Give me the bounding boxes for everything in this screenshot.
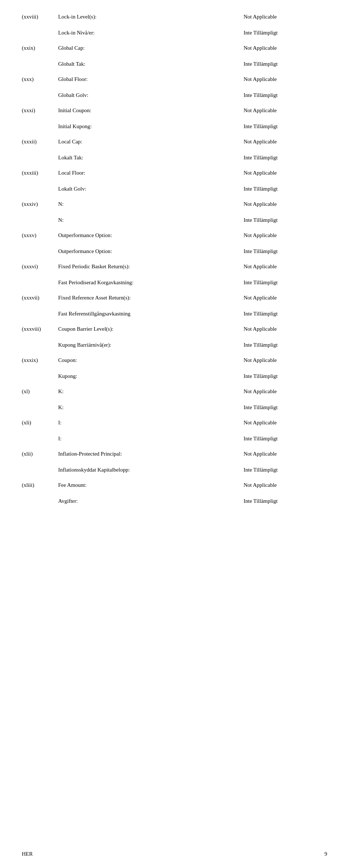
table-sub-row: Lokalt Golv:Inte Tillämpligt: [22, 184, 327, 198]
row-label-en: Outperformance Option:: [58, 229, 244, 240]
row-label-en: Global Cap:: [58, 42, 244, 53]
table-sub-row: Fast ReferenstillgångsavkastningInte Til…: [22, 309, 327, 323]
table-sub-row: Inflationsskyddat Kapitalbelopp:Inte Til…: [22, 465, 327, 479]
row-number: (xxxv): [22, 229, 58, 240]
row-value-sv: Inte Tillämpligt: [244, 246, 327, 257]
table-row: (xxxi)Initial Coupon:Not Applicable: [22, 105, 327, 121]
row-value-en: Not Applicable: [244, 73, 327, 84]
row-label-en: Local Floor:: [58, 167, 244, 178]
row-label-en: Fixed Reference Asset Return(s):: [58, 292, 244, 302]
table-row: (xl)K:Not Applicable: [22, 386, 327, 402]
row-value-sv: Inte Tillämpligt: [244, 371, 327, 382]
row-value-sv: Inte Tillämpligt: [244, 152, 327, 163]
table-sub-row: Outperformance Option:Inte Tillämpligt: [22, 246, 327, 261]
page-container: (xxviii)Lock-in Level(s):Not ApplicableL…: [0, 0, 349, 868]
row-label-sv: Fast Periodiserad Korgavkastning:: [58, 277, 244, 288]
table-sub-row: N:Inte Tillämpligt: [22, 215, 327, 229]
table-row: (xxx)Global Floor:Not Applicable: [22, 73, 327, 90]
row-label-sv: Inflationsskyddat Kapitalbelopp:: [58, 465, 244, 475]
table-row: (xxxix)Coupon:Not Applicable: [22, 354, 327, 371]
row-value-en: Not Applicable: [244, 479, 327, 490]
row-label-sv: Fast Referenstillgångsavkastning: [58, 309, 244, 319]
row-value-sv: Inte Tillämpligt: [244, 340, 327, 350]
row-value-en: Not Applicable: [244, 11, 327, 21]
table-row: (xxxv)Outperformance Option:Not Applicab…: [22, 229, 327, 246]
row-value-en: Not Applicable: [244, 323, 327, 334]
row-label-sv: Lokalt Tak:: [58, 152, 244, 163]
row-label-en: N:: [58, 198, 244, 209]
table-sub-row: Lokalt Tak:Inte Tillämpligt: [22, 152, 327, 167]
row-label-en: Local Cap:: [58, 136, 244, 146]
row-label-sv: N:: [58, 215, 244, 225]
row-label-en: K:: [58, 386, 244, 396]
table-sub-row: I:Inte Tillämpligt: [22, 433, 327, 448]
row-label-en: Fixed Periodic Basket Return(s):: [58, 261, 244, 271]
row-value-en: Not Applicable: [244, 167, 327, 178]
row-number: (xxxi): [22, 105, 58, 115]
table-sub-row: Initial Kupong:Inte Tillämpligt: [22, 121, 327, 136]
table-row: (xli)I:Not Applicable: [22, 417, 327, 433]
row-number: (xxviii): [22, 11, 58, 21]
row-label-en: Coupon Barrier Level(s):: [58, 323, 244, 334]
row-value-sv: Inte Tillämpligt: [244, 465, 327, 475]
row-label-sv: Lokalt Golv:: [58, 184, 244, 194]
table-row: (xxxvii)Fixed Reference Asset Return(s):…: [22, 292, 327, 309]
row-label-sv: Initial Kupong:: [58, 121, 244, 132]
table-row: (xxxviii)Coupon Barrier Level(s):Not App…: [22, 323, 327, 340]
row-value-en: Not Applicable: [244, 386, 327, 396]
row-number: (xli): [22, 417, 58, 427]
table-row: (xliii)Fee Amount:Not Applicable: [22, 479, 327, 496]
row-value-sv: Inte Tillämpligt: [244, 121, 327, 132]
table-sub-row: Kupong Barriärnivå(er):Inte Tillämpligt: [22, 340, 327, 354]
row-number: (xxxix): [22, 354, 58, 365]
row-number: (xliii): [22, 479, 58, 490]
row-label-sv: Outperformance Option:: [58, 246, 244, 257]
table-row: (xxxiv)N:Not Applicable: [22, 198, 327, 215]
row-number: (xxxiv): [22, 198, 58, 209]
row-value-en: Not Applicable: [244, 292, 327, 302]
table-sub-row: Globalt Golv:Inte Tillämpligt: [22, 90, 327, 105]
table-row: (xxxii)Local Cap:Not Applicable: [22, 136, 327, 152]
row-label-sv: Globalt Golv:: [58, 90, 244, 101]
row-value-sv: Inte Tillämpligt: [244, 496, 327, 506]
row-value-en: Not Applicable: [244, 198, 327, 209]
row-label-en: Initial Coupon:: [58, 105, 244, 115]
row-number: (xl): [22, 386, 58, 396]
row-value-sv: Inte Tillämpligt: [244, 28, 327, 38]
row-label-sv: Kupong Barriärnivå(er):: [58, 340, 244, 350]
row-value-sv: Inte Tillämpligt: [244, 184, 327, 194]
row-label-en: Lock-in Level(s):: [58, 11, 244, 21]
row-value-en: Not Applicable: [244, 354, 327, 365]
row-value-en: Not Applicable: [244, 261, 327, 271]
table-row: (xlii)Inflation-Protected Principal:Not …: [22, 448, 327, 465]
table-row: (xxix)Global Cap:Not Applicable: [22, 42, 327, 59]
row-label-en: Fee Amount:: [58, 479, 244, 490]
row-value-sv: Inte Tillämpligt: [244, 402, 327, 413]
row-number: (xxix): [22, 42, 58, 53]
table-sub-row: Avgifter:Inte Tillämpligt: [22, 496, 327, 510]
row-label-en: I:: [58, 417, 244, 427]
row-number: (xxxvi): [22, 261, 58, 271]
row-value-sv: Inte Tillämpligt: [244, 215, 327, 225]
row-label-sv: Kupong:: [58, 371, 244, 382]
row-value-en: Not Applicable: [244, 448, 327, 459]
row-value-sv: Inte Tillämpligt: [244, 433, 327, 444]
row-number: (xxxiii): [22, 167, 58, 178]
row-label-sv: K:: [58, 402, 244, 413]
row-label-en: Global Floor:: [58, 73, 244, 84]
table-sub-row: Fast Periodiserad Korgavkastning:Inte Ti…: [22, 277, 327, 292]
row-value-sv: Inte Tillämpligt: [244, 277, 327, 288]
table-sub-row: K:Inte Tillämpligt: [22, 402, 327, 417]
row-number: (xxxvii): [22, 292, 58, 302]
row-label-sv: I:: [58, 433, 244, 444]
table-row: (xxviii)Lock-in Level(s):Not Applicable: [22, 11, 327, 28]
footer-left: HER: [22, 851, 33, 857]
table-row: (xxxiii)Local Floor:Not Applicable: [22, 167, 327, 184]
footer: HER 9: [22, 851, 327, 857]
row-value-en: Not Applicable: [244, 42, 327, 53]
row-value-en: Not Applicable: [244, 136, 327, 146]
row-number: (xxxii): [22, 136, 58, 146]
table-sub-row: Kupong:Inte Tillämpligt: [22, 371, 327, 386]
row-label-sv: Avgifter:: [58, 496, 244, 506]
row-label-sv: Lock-in Nivå/er:: [58, 28, 244, 38]
